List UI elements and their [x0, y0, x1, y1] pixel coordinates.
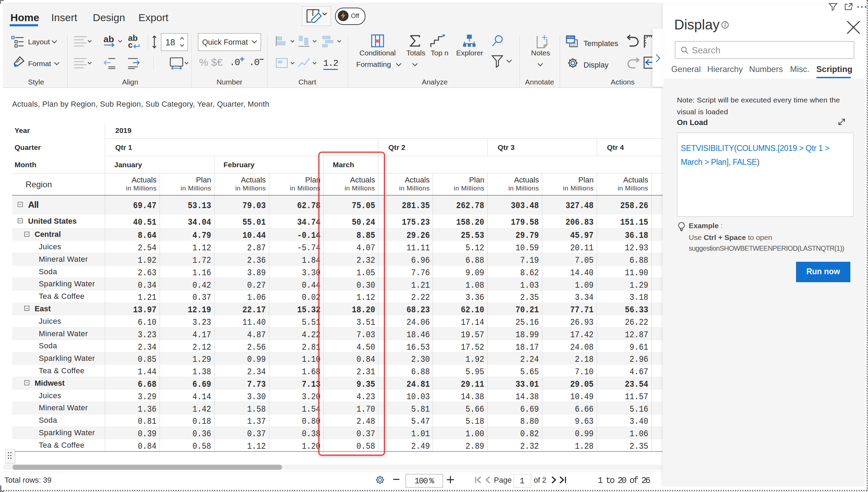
- svg-text:c: c: [128, 40, 133, 49]
- svg-text:ab: ab: [103, 35, 114, 44]
